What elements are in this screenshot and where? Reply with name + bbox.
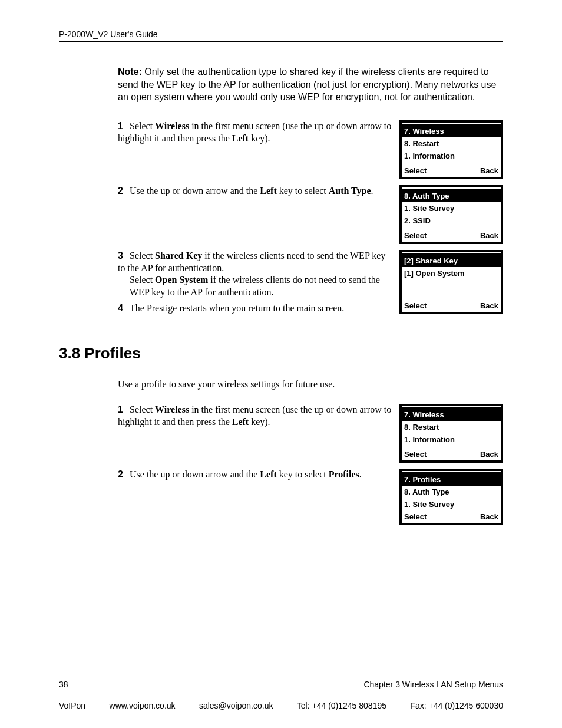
page-number: 38: [59, 680, 68, 689]
chapter-label: Chapter 3 Wireless LAN Setup Menus: [363, 680, 503, 689]
screen-footer: Select Back: [402, 164, 501, 177]
step-text: 1Select Wireless in the first menu scree…: [118, 404, 399, 429]
softkey-right: Back: [480, 231, 498, 240]
step-text: 1Select Wireless in the first menu scree…: [118, 120, 399, 145]
step-row: 1Select Wireless in the first menu scree…: [118, 404, 503, 463]
device-screen: 8. Auth Type 1. Site Survey 2. SSID Sele…: [399, 185, 503, 244]
note-block: Note: Only set the authentication type t…: [118, 65, 503, 104]
text-fragment: key to select: [277, 186, 329, 196]
screen-row: 8. Auth Type: [402, 486, 501, 498]
footer-contact: VoIPon www.voipon.co.uk sales@voipon.co.…: [59, 701, 503, 710]
section-heading: 3.8 Profiles: [59, 344, 503, 363]
screen-row: 1. Information: [402, 150, 501, 162]
screen-row: 8. Restart: [402, 137, 501, 150]
softkey-left: Select: [404, 231, 427, 240]
device-screen: [2] Shared Key [1] Open System Select Ba…: [399, 250, 503, 314]
bold-term: Left: [232, 133, 249, 143]
text-fragment: .: [371, 186, 373, 196]
text-fragment: Use the up or down arrow and the: [130, 186, 260, 196]
step-row: 2Use the up or down arrow and the Left k…: [118, 469, 503, 525]
text-fragment: Select: [130, 251, 155, 261]
screen-row: 1. Site Survey: [402, 202, 501, 215]
step-text: 2Use the up or down arrow and the Left k…: [118, 469, 399, 481]
step-text: 2Use the up or down arrow and the Left k…: [118, 185, 399, 197]
device-screen: 7. Wireless 8. Restart 1. Information Se…: [399, 120, 503, 179]
softkey-right: Back: [480, 512, 498, 521]
text-fragment: key).: [249, 417, 270, 427]
screen-row: 2. SSID: [402, 215, 501, 227]
page: P-2000W_V2 User's Guide Note: Only set t…: [0, 0, 562, 728]
text-fragment: Select: [130, 404, 155, 414]
screen-row: [1] Open System: [402, 267, 501, 279]
screen-selected-row: 7. Wireless: [402, 125, 501, 137]
step-number: 3: [118, 250, 127, 262]
note-text: Only set the authentication type to shar…: [118, 67, 496, 102]
text-fragment: .: [359, 469, 362, 479]
note-label: Note:: [118, 67, 142, 77]
text-fragment: Select: [130, 121, 155, 131]
text-fragment: Use the up or down arrow and the: [130, 469, 260, 479]
bold-term: Open System: [155, 275, 208, 285]
softkey-left: Select: [404, 512, 427, 521]
step-row: 1Select Wireless in the first menu scree…: [118, 120, 503, 179]
screen-selected-row: [2] Shared Key: [402, 255, 501, 267]
footer-fax: Fax: +44 (0)1245 600030: [410, 701, 503, 710]
screen-row: 8. Restart: [402, 421, 501, 433]
step-number: 2: [118, 185, 127, 197]
footer-web: www.voipon.co.uk: [110, 701, 176, 710]
text-fragment: Select: [130, 275, 155, 285]
screen-footer: Select Back: [402, 448, 501, 460]
footer-email: sales@voipon.co.uk: [199, 701, 273, 710]
page-footer: 38 Chapter 3 Wireless LAN Setup Menus Vo…: [59, 677, 503, 710]
bold-term: Profiles: [329, 469, 359, 479]
bold-term: Shared Key: [155, 251, 202, 261]
bold-term: Auth Type: [329, 186, 371, 196]
step-text: 3Select Shared Key if the wireless clien…: [118, 250, 399, 315]
screen-footer: Select Back: [402, 229, 501, 242]
step-row: 2Use the up or down arrow and the Left k…: [118, 185, 503, 244]
text-fragment: key to select: [277, 469, 329, 479]
bold-term: Left: [232, 417, 249, 427]
device-screen: 7. Wireless 8. Restart 1. Information Se…: [399, 404, 503, 463]
screen-selected-row: 7. Profiles: [402, 473, 501, 486]
step-number: 1: [118, 120, 127, 133]
softkey-left: Select: [404, 450, 427, 459]
step-number: 4: [118, 302, 127, 315]
screen-selected-row: 8. Auth Type: [402, 190, 501, 202]
bold-term: Left: [260, 186, 276, 196]
softkey-left: Select: [404, 166, 427, 175]
softkey-right: Back: [480, 301, 498, 310]
step-row: 3Select Shared Key if the wireless clien…: [118, 250, 503, 315]
text-fragment: The Prestige restarts when you return to…: [130, 303, 344, 313]
softkey-right: Back: [480, 166, 498, 175]
softkey-right: Back: [480, 450, 498, 459]
bold-term: Left: [260, 469, 276, 479]
device-screen: 7. Profiles 8. Auth Type 1. Site Survey …: [399, 469, 503, 525]
screen-selected-row: 7. Wireless: [402, 409, 501, 421]
page-header: P-2000W_V2 User's Guide: [59, 29, 503, 42]
profiles-intro: Use a profile to save your wireless sett…: [118, 379, 503, 390]
screen-footer: Select Back: [402, 510, 501, 523]
text-fragment: key).: [249, 133, 270, 143]
bold-term: Wireless: [155, 121, 189, 131]
screen-footer: Select Back: [402, 299, 501, 312]
footer-company: VoIPon: [59, 701, 85, 710]
screen-row: 1. Site Survey: [402, 498, 501, 510]
softkey-left: Select: [404, 301, 427, 310]
footer-tel: Tel: +44 (0)1245 808195: [297, 701, 386, 710]
step-number: 2: [118, 469, 127, 481]
screen-row: 1. Information: [402, 433, 501, 446]
bold-term: Wireless: [155, 404, 189, 414]
step-number: 1: [118, 404, 127, 416]
